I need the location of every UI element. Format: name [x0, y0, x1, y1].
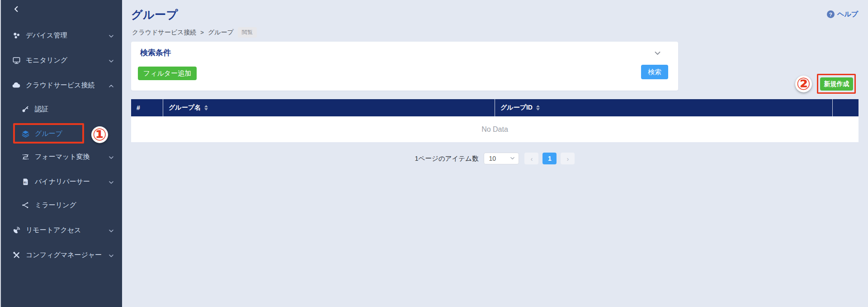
column-header-group-name[interactable]: グループ名	[163, 99, 495, 116]
column-header-actions	[832, 99, 859, 116]
chevron-down-icon	[108, 227, 114, 235]
chevron-down-icon	[108, 58, 114, 65]
sidebar: デバイス管理 モニタリング クラウドサービス接続 認証	[0, 0, 122, 307]
chevron-down-icon	[108, 154, 114, 162]
devices-icon	[12, 31, 21, 40]
svg-text:01: 01	[24, 181, 27, 183]
chevron-down-icon	[108, 179, 114, 187]
column-header-group-id[interactable]: グループID	[495, 99, 832, 116]
items-per-page-select[interactable]: 10	[484, 153, 519, 164]
chevron-up-icon	[108, 82, 114, 90]
collapse-chevron-icon[interactable]	[654, 50, 661, 58]
chevron-left-icon	[13, 6, 19, 14]
binary-file-icon: 01	[21, 177, 30, 186]
sidebar-item-label: デバイス管理	[26, 31, 67, 40]
sidebar-item-authentication[interactable]: 認証	[1, 101, 123, 117]
cloud-icon	[12, 81, 21, 90]
sidebar-item-monitoring[interactable]: モニタリング	[1, 52, 123, 68]
search-conditions-panel: 検索条件 フィルター追加 検索	[131, 42, 678, 91]
sort-icon	[204, 105, 208, 110]
search-button[interactable]: 検索	[641, 65, 668, 79]
sidebar-item-label: リモートアクセス	[26, 226, 81, 235]
satellite-icon	[12, 225, 21, 235]
sidebar-item-label: コンフィグマネージャー	[26, 251, 102, 259]
chevron-right-icon: ›	[566, 155, 569, 163]
sidebar-item-format-conversion[interactable]: フォーマット変換	[1, 149, 123, 165]
chevron-down-icon	[108, 33, 114, 40]
sidebar-item-label: バイナリパーサー	[35, 177, 90, 186]
chevron-left-icon: ‹	[530, 155, 533, 163]
sidebar-item-remote-access[interactable]: リモートアクセス	[1, 222, 123, 238]
breadcrumb-separator: >	[200, 29, 204, 36]
items-per-page-label: 1ページのアイテム数	[415, 154, 479, 163]
sidebar-item-label: フォーマット変換	[35, 153, 90, 161]
prev-page-button[interactable]: ‹	[524, 153, 538, 164]
format-convert-icon	[21, 152, 30, 161]
chevron-down-icon	[510, 155, 515, 162]
key-icon	[21, 105, 30, 114]
help-link[interactable]: ? ヘルプ	[827, 10, 858, 19]
breadcrumb-item-cloud-service[interactable]: クラウドサービス接続	[132, 29, 196, 37]
table-empty-state: No Data	[131, 116, 859, 142]
search-conditions-title: 検索条件	[140, 48, 171, 58]
add-filter-button[interactable]: フィルター追加	[138, 67, 197, 80]
sidebar-item-label: 認証	[35, 105, 48, 114]
next-page-button[interactable]: ›	[561, 153, 575, 164]
pagination: 1ページのアイテム数 10 ‹ 1 ›	[131, 153, 859, 164]
sidebar-item-config-manager[interactable]: コンフィグマネージャー	[1, 247, 123, 263]
share-icon	[21, 201, 30, 210]
sidebar-collapse-button[interactable]	[12, 5, 21, 14]
breadcrumb: クラウドサービス接続 > グループ 閲覧	[132, 27, 257, 38]
sidebar-item-device-management[interactable]: デバイス管理	[1, 27, 123, 43]
tools-icon	[12, 250, 21, 259]
app-window: デバイス管理 モニタリング クラウドサービス接続 認証	[0, 0, 868, 307]
view-mode-badge: 閲覧	[238, 27, 257, 38]
groups-table: # グループ名 グループID No Data	[131, 99, 859, 142]
sidebar-item-label: グループ	[35, 130, 62, 138]
layers-icon	[21, 129, 30, 138]
question-icon: ?	[827, 10, 835, 18]
sidebar-item-label: モニタリング	[26, 56, 67, 65]
monitor-icon	[12, 56, 21, 65]
sidebar-item-mirroring[interactable]: ミラーリング	[1, 197, 123, 213]
sidebar-item-binary-parser[interactable]: 01 バイナリパーサー	[1, 173, 123, 190]
table-header-row: # グループ名 グループID	[131, 99, 859, 116]
breadcrumb-item-group: グループ	[208, 29, 234, 37]
page-number-button[interactable]: 1	[542, 153, 557, 164]
annotation-badge-step2: ②	[795, 76, 812, 92]
items-per-page-value: 10	[489, 155, 496, 162]
column-header-index[interactable]: #	[131, 99, 163, 116]
sidebar-item-label: ミラーリング	[35, 201, 76, 210]
page-title: グループ	[131, 7, 178, 22]
sidebar-item-cloud-service-connection[interactable]: クラウドサービス接続	[1, 77, 123, 93]
sidebar-item-group[interactable]: グループ	[1, 125, 123, 142]
sort-icon	[536, 105, 540, 110]
create-new-button[interactable]: 新規作成	[820, 77, 853, 91]
help-label: ヘルプ	[837, 10, 858, 19]
chevron-down-icon	[108, 252, 114, 260]
sidebar-item-label: クラウドサービス接続	[26, 81, 94, 90]
